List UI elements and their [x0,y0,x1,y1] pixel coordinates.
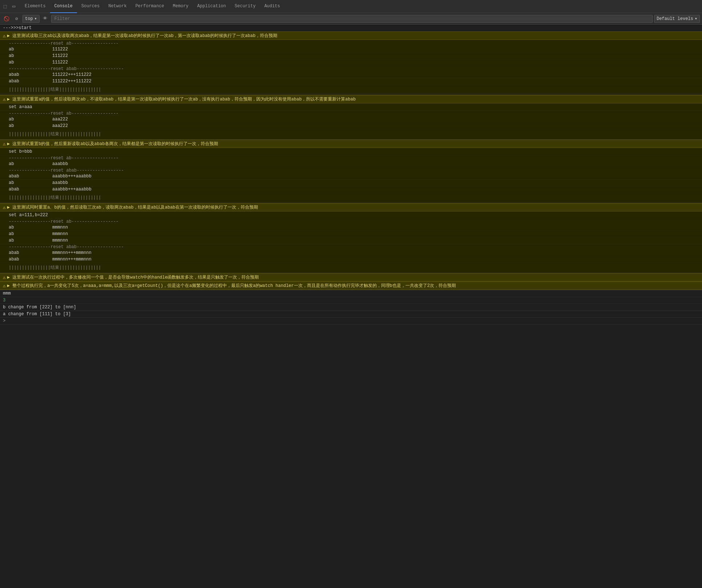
warn-header-2[interactable]: ⚠ ▶ 这里测试重置a的值，然后读取两次ab，不读取abab，结果是第一次读取a… [0,95,702,103]
data-row-2-2: ab aaa222 [0,123,702,129]
val-4-5: mmmnnn+++mmmnnn [52,257,91,262]
tab-sources[interactable]: Sources [77,0,104,13]
tab-performance[interactable]: Performance [131,0,168,13]
separator-1-1: ----------------reset ab----------------… [0,41,702,46]
prompt-icon: > [3,318,5,324]
warn-header-5a-text: ▶ 这里测试在一次执行过程中，多次修改同一个值，是否会导致watch中的hand… [7,274,259,280]
val-3-1: aaabbb [52,161,68,166]
levels-dropdown-icon: ▾ [695,16,697,21]
warn-header-5b[interactable]: ⚠ ▶ 整个过程执行完，a一共变化了5次，a=aaa,a=mmm,以及三次a=g… [0,281,702,290]
warn-header-1[interactable]: ⚠ ▶ 这里测试读取三次ab以及读取两次abab，结果是第一次读取ab的时候执行… [0,32,702,40]
warn-header-5a[interactable]: ⚠ ▶ 这里测试在一次执行过程中，多次修改同一个值，是否会导致watch中的ha… [0,273,702,281]
tab-console[interactable]: Console [50,0,77,13]
warn-icon-3: ⚠ [3,141,6,147]
warn-header-3[interactable]: ⚠ ▶ 这里测试重置b的值，然后重新读取ab以及abab各两次，结果都是第一次读… [0,140,702,148]
device-icon[interactable]: ▭ [10,3,17,10]
key-4-4: abab [9,250,52,255]
data-row-4-2: ab mmmnnn [0,231,702,238]
key-3-3: ab [9,180,52,185]
context-selector[interactable]: top ▾ [23,15,40,23]
tab-security[interactable]: Security [230,0,260,13]
data-row-1-4: abab 111222+++111222 [0,72,702,78]
key-1-5: abab [9,79,52,84]
context-dropdown-icon: ▾ [34,16,37,21]
warn-header-4[interactable]: ⚠ ▶ 这里测试同时重置a、b的值，然后读取三次ab，读取两次abab，结果是a… [0,203,702,211]
inspect-icon[interactable]: ⬚ [1,3,9,10]
set-line-4: set a=111,b=222 [0,212,702,219]
separator-3-2: ----------------reset abab--------------… [0,168,702,173]
warn-icon-4: ⚠ [3,205,6,210]
warn-icon-5a: ⚠ [3,275,6,280]
key-1-1: ab [9,47,52,52]
key-4-3: ab [9,238,52,243]
section-end-2: ||||||||||||||||结束|||||||||||||||| [0,129,702,139]
warn-icon-5b: ⚠ [3,283,6,289]
warn-group-4: ⚠ ▶ 这里测试同时重置a、b的值，然后读取三次ab，读取两次abab，结果是a… [0,203,702,273]
start-text: --->>>start [3,25,32,30]
tab-bar: ⬚ ▭ Elements Console Sources Network Per… [0,0,702,13]
data-row-1-3: ab 111222 [0,59,702,66]
val-1-2: 111222 [52,53,68,58]
tab-audits[interactable]: Audits [260,0,284,13]
key-1-4: abab [9,72,52,77]
warn-body-1: ----------------reset ab----------------… [0,40,702,95]
separator-1-2: ----------------reset abab--------------… [0,66,702,72]
tab-memory[interactable]: Memory [168,0,193,13]
data-row-4-1: ab mmmnnn [0,225,702,231]
data-row-4-5: abab mmmnnn+++mmmnnn [0,256,702,263]
key-1-2: ab [9,53,52,58]
change-line-1: b change from [222] to [nnn] [0,304,702,311]
tab-network[interactable]: Network [104,0,131,13]
plain-text-1: mmm [3,291,11,296]
warn-header-5b-text: ▶ 整个过程执行完，a一共变化了5次，a=aaa,a=mmm,以及三次a=get… [7,283,456,289]
separator-4-1: ----------------reset ab----------------… [0,219,702,225]
separator-2-1: ----------------reset ab----------------… [0,111,702,116]
tab-elements[interactable]: Elements [20,0,50,13]
data-row-3-3: ab aaabbb [0,180,702,186]
tab-application[interactable]: Application [193,0,230,13]
clear-button[interactable]: 🚫 [2,15,11,23]
devtools-icons: ⬚ ▭ [1,3,17,10]
key-3-4: abab [9,187,52,192]
change-text-1: b change from [222] to [nnn] [3,305,76,310]
set-text-3: set b=bbb [9,149,32,154]
warn-header-2-text: ▶ 这里测试重置a的值，然后读取两次ab，不读取abab，结果是第一次读取ab的… [7,96,356,102]
filter-toggle[interactable]: ⊘ [12,15,21,23]
green-text-1: 3 [3,298,5,303]
data-row-1-1: ab 111222 [0,46,702,53]
val-2-1: aaa222 [52,117,68,122]
console-output: --->>>start ⚠ ▶ 这里测试读取三次ab以及读取两次abab，结果是… [0,25,702,588]
key-1-3: ab [9,60,52,65]
warn-group-1: ⚠ ▶ 这里测试读取三次ab以及读取两次abab，结果是第一次读取ab的时候执行… [0,32,702,95]
data-row-1-5: abab 111222+++111222 [0,78,702,85]
data-row-3-2: abab aaabbb+++aaabbb [0,173,702,180]
key-3-2: abab [9,174,52,179]
warn-group-5: ⚠ ▶ 这里测试在一次执行过程中，多次修改同一个值，是否会导致watch中的ha… [0,273,702,290]
section-end-4: ||||||||||||||||结束|||||||||||||||| [0,263,702,272]
data-row-4-3: ab mmmnnn [0,238,702,244]
key-2-2: ab [9,123,52,128]
levels-label: Default levels [657,16,693,21]
val-1-3: 111222 [52,60,68,65]
set-text-2: set a=aaa [9,104,32,110]
key-2-1: ab [9,117,52,122]
levels-selector[interactable]: Default levels ▾ [654,15,700,23]
key-4-2: ab [9,231,52,237]
eye-button[interactable]: 👁 [41,15,50,23]
val-2-2: aaa222 [52,123,68,128]
data-row-3-1: ab aaabbb [0,161,702,168]
val-1-5: 111222+++111222 [52,79,91,84]
val-3-3: aaabbb [52,180,68,185]
context-value: top [25,16,33,21]
warn-body-3: set b=bbb ----------------reset ab------… [0,148,702,203]
set-line-2: set a=aaa [0,104,702,111]
filter-input[interactable] [51,15,653,23]
change-line-2: a change from [111] to [3] [0,311,702,318]
val-1-1: 111222 [52,47,68,52]
warn-group-3: ⚠ ▶ 这里测试重置b的值，然后重新读取ab以及abab各两次，结果都是第一次读… [0,140,702,203]
start-line: --->>>start [0,25,702,32]
val-3-4: aaabbb+++aaabbb [52,187,91,192]
separator-4-2: ----------------reset abab--------------… [0,244,702,250]
warn-icon-1: ⚠ [3,33,6,39]
plain-line-1: mmm [0,290,702,297]
